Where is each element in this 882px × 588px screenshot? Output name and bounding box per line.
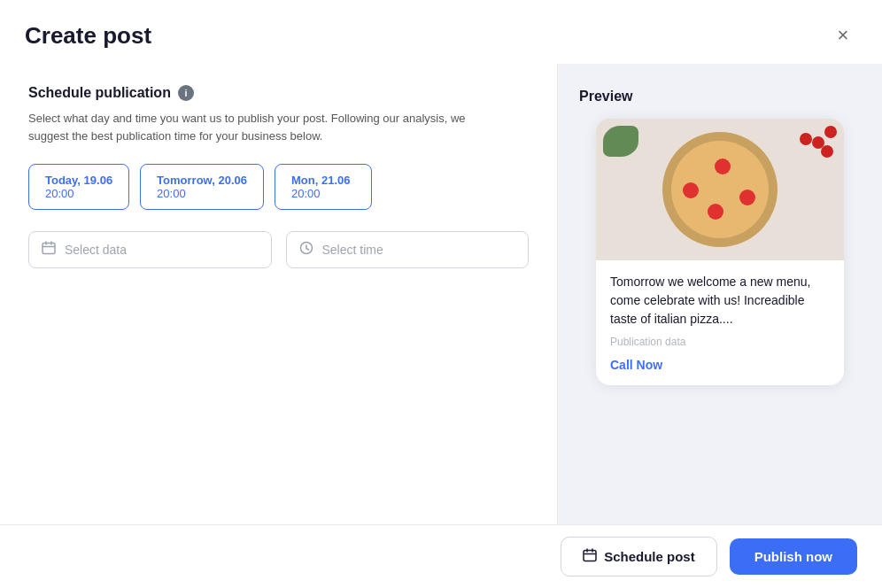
cherry-4: [821, 145, 833, 158]
time-slots-container: Today, 19.06 20:00 Tomorrow, 20.06 20:00…: [28, 164, 529, 210]
publication-data-label: Publication data: [610, 336, 830, 348]
topping-4: [708, 204, 723, 220]
modal-title: Create post: [25, 22, 151, 50]
pizza-bg: [596, 119, 844, 260]
cherry-1: [824, 126, 837, 138]
create-post-modal: Create post × Schedule publication i Sel…: [0, 0, 882, 588]
close-button[interactable]: ×: [829, 21, 857, 50]
modal-footer: Schedule post Publish now: [0, 524, 882, 588]
time-slot-2[interactable]: Tomorrow, 20.06 20:00: [140, 164, 264, 210]
publish-now-button[interactable]: Publish now: [730, 538, 857, 575]
publish-button-label: Publish now: [754, 549, 832, 564]
svg-rect-0: [43, 244, 55, 254]
call-now-link[interactable]: Call Now: [610, 358, 662, 372]
time-slot-2-time: 20:00: [157, 187, 247, 200]
svg-rect-2: [584, 551, 596, 561]
section-title-text: Schedule publication: [28, 85, 171, 101]
date-input-placeholder: Select data: [65, 243, 127, 257]
section-description: Select what day and time you want us to …: [28, 110, 471, 144]
time-slot-1-time: 20:00: [45, 187, 112, 200]
date-input[interactable]: Select data: [28, 231, 272, 268]
time-input-placeholder: Select time: [322, 243, 383, 257]
date-time-row: Select data Select time: [28, 231, 529, 268]
time-slot-1[interactable]: Today, 19.06 20:00: [28, 164, 129, 210]
preview-post-text: Tomorrow we welcome a new menu, come cel…: [610, 273, 830, 329]
time-slot-3-time: 20:00: [291, 187, 355, 200]
time-slot-3-date: Mon, 21.06: [291, 174, 355, 187]
time-slot-3[interactable]: Mon, 21.06 20:00: [275, 164, 372, 210]
time-slot-2-date: Tomorrow, 20.06: [157, 174, 247, 187]
preview-content: Tomorrow we welcome a new menu, come cel…: [596, 260, 844, 385]
clock-icon: [299, 241, 313, 259]
preview-image: [596, 119, 844, 260]
section-title: Schedule publication i: [28, 85, 529, 101]
time-slot-1-date: Today, 19.06: [45, 174, 112, 187]
schedule-calendar-icon: [583, 548, 597, 565]
schedule-button-label: Schedule post: [604, 549, 695, 564]
right-panel: Preview: [558, 64, 882, 524]
calendar-icon: [42, 241, 56, 259]
modal-header: Create post ×: [0, 0, 882, 64]
left-panel: Schedule publication i Select what day a…: [0, 64, 558, 524]
schedule-post-button[interactable]: Schedule post: [561, 537, 717, 576]
preview-label: Preview: [579, 89, 632, 104]
topping-2: [683, 182, 699, 198]
info-icon[interactable]: i: [178, 85, 194, 101]
close-icon: ×: [838, 24, 849, 47]
time-input[interactable]: Select time: [286, 231, 530, 268]
greens-decoration: [603, 126, 638, 157]
preview-card: Tomorrow we welcome a new menu, come cel…: [596, 119, 844, 385]
modal-body: Schedule publication i Select what day a…: [0, 64, 882, 524]
cherry-3: [800, 133, 812, 145]
